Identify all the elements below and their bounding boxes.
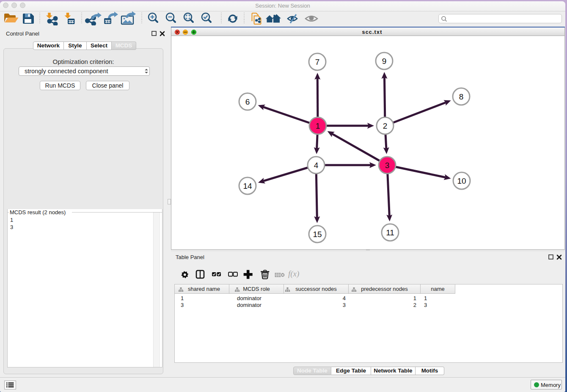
svg-text:11: 11 (386, 228, 394, 237)
svg-text:3: 3 (385, 161, 390, 170)
svg-text:9: 9 (382, 57, 387, 66)
svg-text:10: 10 (457, 177, 466, 185)
svg-text:2: 2 (383, 121, 388, 130)
svg-text:8: 8 (459, 92, 464, 101)
